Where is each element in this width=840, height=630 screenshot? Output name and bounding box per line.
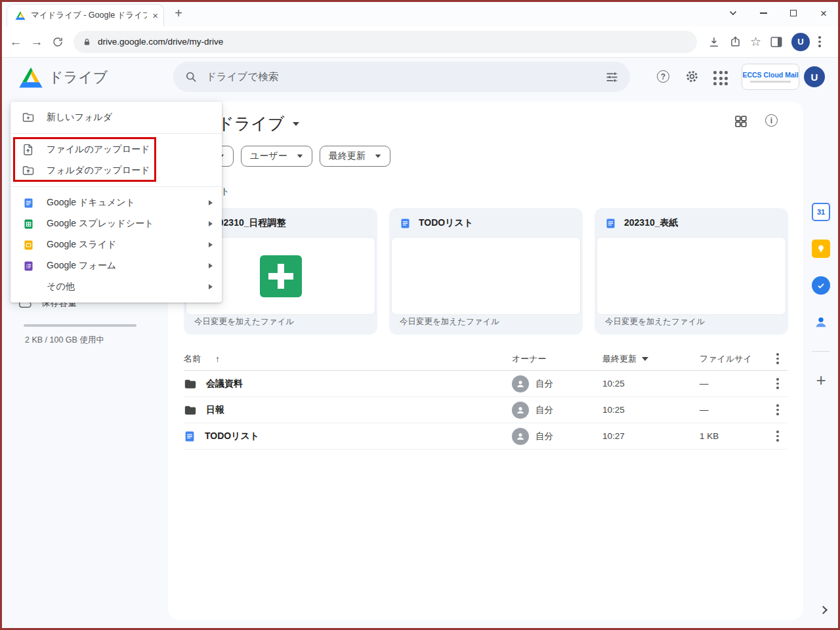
column-header-name[interactable]: 名前 [184, 353, 201, 365]
browser-titlebar: マイドライブ - Google ドライブ × + × [0, 0, 840, 26]
tab-search-chevron-icon[interactable] [718, 0, 748, 26]
storage-usage-text: 2 KB / 100 GB 使用中 [25, 335, 104, 346]
owner-avatar [512, 375, 529, 392]
modified-time: 10:25 [602, 405, 625, 415]
grid-view-toggle-icon[interactable] [734, 114, 748, 129]
tab-close-icon[interactable]: × [152, 10, 158, 20]
close-button[interactable]: × [808, 0, 839, 26]
main-panel: マイドライブ i 種類 ユーザー 最終更新 ト [168, 102, 803, 620]
drive-logo-icon[interactable] [18, 67, 43, 89]
menu-item-new-folder[interactable]: 新しいフォルダ [10, 107, 222, 128]
lock-icon[interactable] [83, 37, 91, 47]
annotation-highlight-box [13, 137, 156, 182]
browser-tab[interactable]: マイドライブ - Google ドライブ × [7, 4, 164, 26]
sort-ascending-icon[interactable]: ↑ [215, 354, 220, 364]
eccs-account-badge[interactable]: ECCS Cloud Mail [742, 64, 799, 90]
file-name: 日報 [206, 404, 224, 416]
forward-button[interactable]: → [26, 32, 47, 52]
toolbar-actions: ☆ U [707, 33, 821, 51]
column-header-owner[interactable]: オーナー [512, 353, 547, 365]
file-name: TODOリスト [205, 430, 259, 442]
docs-icon [605, 218, 616, 229]
table-row[interactable]: TODOリスト 自分 10:27 1 KB [184, 423, 788, 450]
new-tab-button[interactable]: + [171, 5, 186, 21]
chip-label: ユーザー [250, 150, 287, 162]
card-caption: 今日変更を加えたファイル [400, 316, 499, 327]
suggestions-label-fragment: ト [220, 186, 230, 198]
file-size: — [700, 379, 709, 388]
menu-item-google-docs[interactable]: Google ドキュメント [10, 192, 222, 213]
tab-title: マイドライブ - Google ドライブ [31, 10, 147, 21]
address-bar[interactable]: drive.google.com/drive/my-drive [74, 31, 697, 53]
owner-name: 自分 [536, 378, 553, 390]
account-avatar[interactable]: U [804, 66, 825, 87]
search-options-icon[interactable] [605, 70, 619, 84]
menu-item-label: Google フォーム [47, 260, 197, 272]
file-size: — [700, 405, 709, 415]
menu-item-google-sheets[interactable]: Google スプレッドシート [10, 213, 222, 234]
sheets-thumbnail-icon [260, 255, 302, 297]
row-options-icon[interactable] [776, 430, 779, 442]
card-title: 202310_日程調整 [213, 217, 286, 229]
owner-name: 自分 [536, 430, 553, 442]
google-apps-grid-icon[interactable] [713, 71, 728, 85]
suggested-file-card[interactable]: 202310_表紙 今日変更を加えたファイル [595, 208, 788, 335]
chevron-down-icon [293, 122, 299, 126]
eccs-badge-subtext [750, 81, 791, 83]
save-offline-icon[interactable] [707, 35, 721, 49]
side-panel-icon[interactable] [770, 36, 783, 48]
keep-icon[interactable] [812, 240, 830, 258]
filter-chip-modified[interactable]: 最終更新 [320, 146, 390, 167]
settings-gear-icon[interactable] [684, 69, 700, 84]
row-options-icon[interactable] [776, 378, 779, 389]
new-folder-icon [22, 111, 35, 124]
row-options-icon[interactable] [776, 404, 779, 415]
docs-icon [400, 218, 411, 229]
tasks-icon[interactable] [812, 276, 830, 295]
menu-item-google-slides[interactable]: Google スライド [10, 234, 222, 255]
reload-button[interactable] [47, 32, 68, 52]
help-icon[interactable]: ? [657, 70, 669, 83]
folder-icon [184, 404, 197, 417]
bookmark-star-icon[interactable]: ☆ [750, 35, 761, 48]
suggested-file-card[interactable]: TODOリスト 今日変更を加えたファイル [389, 208, 583, 335]
minimize-button[interactable] [748, 0, 778, 26]
card-title: TODOリスト [419, 217, 473, 229]
menu-item-label: Google スプレッドシート [47, 218, 197, 230]
modified-time: 10:27 [602, 431, 625, 441]
column-header-size[interactable]: ファイルサイ [700, 354, 752, 364]
info-icon[interactable]: i [765, 114, 778, 127]
suggested-files: 202310_日程調整 今日変更を加えたファイル TODOリスト 今日変更を加え… [184, 208, 788, 335]
owner-avatar [512, 402, 529, 419]
menu-item-more[interactable]: その他 [10, 276, 222, 297]
search-icon[interactable] [184, 70, 198, 83]
share-icon[interactable] [729, 35, 742, 48]
chevron-down-icon [642, 357, 648, 361]
table-row[interactable]: 日報 自分 10:25 — [184, 397, 788, 423]
submenu-arrow-icon [209, 284, 213, 289]
column-options-icon[interactable] [776, 353, 779, 364]
filter-chip-people[interactable]: ユーザー [241, 146, 312, 167]
browser-menu-icon[interactable] [818, 36, 821, 47]
menu-item-google-forms[interactable]: Google フォーム [10, 255, 222, 276]
contacts-icon[interactable] [812, 313, 830, 331]
browser-profile-avatar[interactable]: U [791, 33, 810, 51]
calendar-icon[interactable]: 31 [812, 203, 830, 221]
new-menu: 新しいフォルダ ファイルのアップロード フォルダのアップロード Google ド… [10, 102, 222, 303]
submenu-arrow-icon [209, 263, 213, 268]
add-app-icon[interactable]: + [812, 371, 830, 389]
submenu-arrow-icon [209, 221, 213, 226]
maximize-button[interactable] [778, 0, 808, 26]
back-button[interactable]: ← [5, 32, 26, 52]
column-header-modified[interactable]: 最終更新 [602, 353, 637, 365]
search-input[interactable] [206, 71, 597, 83]
drive-favicon-icon [15, 11, 26, 20]
table-row[interactable]: 会議資料 自分 10:25 — [184, 371, 788, 397]
file-list: 名前 ↑ オーナー 最終更新 ファイルサイ 会議資料 [184, 347, 788, 450]
drive-search-bar[interactable] [173, 62, 630, 92]
folder-icon [184, 377, 197, 390]
chevron-down-icon [297, 154, 303, 158]
rail-divider [812, 351, 830, 352]
show-side-panel-icon[interactable] [819, 606, 828, 614]
menu-item-label: 新しいフォルダ [47, 112, 213, 123]
